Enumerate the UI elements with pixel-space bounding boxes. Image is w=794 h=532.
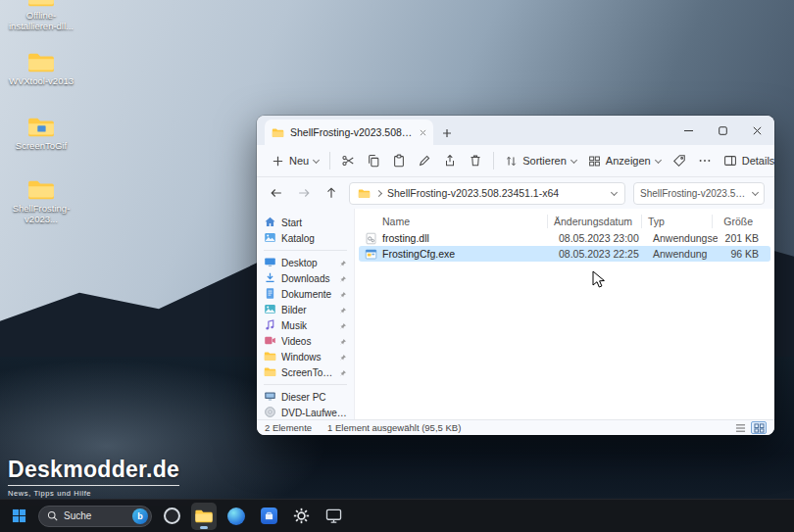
- sort-button[interactable]: Sortieren: [499, 150, 582, 172]
- close-button[interactable]: [740, 116, 774, 145]
- pin-icon: [339, 322, 347, 330]
- back-button[interactable]: [267, 183, 286, 203]
- view-button[interactable]: Anzeigen: [582, 150, 667, 172]
- sidebar-item-bilder[interactable]: Bilder: [261, 303, 350, 317]
- file-row-selected[interactable]: FrostingCfg.exe 08.05.2023 22:25 Anwendu…: [359, 246, 770, 262]
- breadcrumb-separator-icon: [375, 189, 382, 196]
- taskbar-screentogif-button[interactable]: [321, 503, 346, 530]
- rename-button[interactable]: [412, 149, 437, 172]
- sidebar-item-downloads[interactable]: Downloads: [261, 271, 350, 286]
- column-header-date[interactable]: Änderungsdatum: [547, 215, 641, 228]
- chevron-down-icon: [571, 156, 577, 163]
- mouse-cursor: [592, 270, 605, 289]
- copy-button[interactable]: [361, 149, 386, 172]
- taskbar-edge-button[interactable]: [223, 503, 249, 530]
- chevron-down-icon: [655, 156, 662, 163]
- sidebar-item-katalog[interactable]: Katalog: [261, 231, 350, 246]
- taskbar-file-explorer-button[interactable]: [191, 503, 217, 530]
- taskbar-search[interactable]: Suche b: [38, 506, 152, 527]
- trash-icon: [469, 154, 482, 168]
- more-options-button[interactable]: [692, 149, 718, 172]
- sidebar-item-start[interactable]: Start: [261, 216, 350, 230]
- up-button[interactable]: [322, 183, 341, 203]
- desktop-icon-wvxtool[interactable]: WVXtool-v2013: [4, 51, 78, 87]
- start-button[interactable]: [6, 504, 31, 529]
- sidebar-item-dvd-drive[interactable]: DVD-Laufwerk (D: [261, 406, 350, 419]
- column-header-name[interactable]: Name: [359, 216, 547, 227]
- desktop-icon-offline-installer[interactable]: Offline-installieren-dll...: [4, 0, 78, 32]
- maximize-icon: [719, 126, 727, 135]
- search-value: ShellFrosting-v2023.508.23451...: [640, 188, 749, 199]
- document-icon: [264, 287, 276, 302]
- taskbar-settings-button[interactable]: [288, 503, 314, 530]
- computer-icon: [264, 390, 276, 405]
- videos-icon: [264, 334, 276, 349]
- chevron-down-icon: [313, 156, 320, 163]
- taskbar-store-button[interactable]: [256, 503, 281, 530]
- gallery-icon: [264, 231, 276, 246]
- forward-button[interactable]: [294, 183, 314, 203]
- sort-icon: [505, 155, 518, 168]
- desktop-icon-label: ShellFrosting-v2023...: [4, 204, 78, 225]
- sidebar-item-videos[interactable]: Videos: [261, 334, 350, 349]
- share-button[interactable]: [437, 149, 463, 172]
- item-count: 2 Elemente: [265, 422, 312, 433]
- tab-title: ShellFrosting-v2023.508.23451: [290, 126, 414, 138]
- pictures-icon: [264, 303, 276, 317]
- sidebar-item-dokumente[interactable]: Dokumente: [261, 287, 350, 302]
- column-header-type[interactable]: Typ: [641, 215, 712, 228]
- sidebar-item-screentogif[interactable]: ScreenToGif: [261, 365, 350, 380]
- download-icon: [264, 271, 276, 286]
- desktop-icon-label: Offline-installieren-dll...: [4, 11, 78, 32]
- search-input[interactable]: ShellFrosting-v2023.508.23451...: [633, 182, 765, 205]
- column-header-size[interactable]: Größe: [712, 215, 763, 228]
- tab-close-icon[interactable]: [420, 129, 426, 136]
- home-icon: [264, 216, 276, 230]
- desktop-icon: [264, 256, 276, 270]
- gear-icon: [293, 508, 310, 524]
- delete-button[interactable]: [463, 149, 488, 172]
- sidebar-item-desktop[interactable]: Desktop: [261, 256, 350, 270]
- folder-icon: [26, 178, 56, 202]
- sidebar-item-dieser-pc[interactable]: Dieser PC: [261, 390, 350, 405]
- desktop-icon-screentogif[interactable]: ScreenToGif: [4, 116, 78, 152]
- back-icon: [270, 186, 283, 200]
- maximize-button[interactable]: [706, 116, 740, 145]
- plus-icon: [272, 155, 284, 168]
- sidebar-item-windows[interactable]: Windows: [261, 350, 350, 364]
- windows-logo-icon: [12, 508, 26, 523]
- status-bar: 2 Elemente 1 Element ausgewählt (95,5 KB…: [257, 419, 774, 435]
- desktop-icon-label: WVXtool-v2013: [4, 76, 78, 87]
- column-headers: Name Änderungsdatum Typ Größe: [359, 212, 770, 230]
- new-tab-button[interactable]: [435, 121, 459, 145]
- details-pane-button[interactable]: Details: [718, 149, 774, 172]
- address-dropdown-icon[interactable]: [611, 188, 618, 195]
- thumbnail-view-toggle[interactable]: [751, 421, 767, 434]
- new-button[interactable]: Neu: [266, 150, 324, 172]
- address-bar[interactable]: ShellFrosting-v2023.508.23451.1-x64: [349, 182, 625, 205]
- details-pane-icon: [723, 154, 737, 168]
- list-view-toggle[interactable]: [732, 421, 748, 434]
- sidebar-item-musik[interactable]: Musik: [261, 318, 350, 333]
- desktop-icon-shellfrosting[interactable]: ShellFrosting-v2023...: [4, 178, 78, 225]
- explorer-tab[interactable]: ShellFrosting-v2023.508.23451: [265, 120, 433, 145]
- search-icon: [47, 510, 58, 521]
- search-dropdown-icon[interactable]: [752, 188, 759, 195]
- paste-button[interactable]: [386, 149, 412, 172]
- file-row[interactable]: frosting.dll 08.05.2023 23:00 Anwendungs…: [359, 230, 770, 246]
- cut-button[interactable]: [335, 149, 361, 172]
- forward-icon: [297, 186, 311, 200]
- minimize-button[interactable]: [671, 116, 706, 145]
- divider: [329, 152, 330, 169]
- edge-icon: [227, 508, 245, 525]
- close-icon: [753, 126, 762, 135]
- file-date: 08.05.2023 23:00: [553, 232, 647, 244]
- window-controls: [671, 116, 774, 145]
- navigation-bar: ShellFrosting-v2023.508.23451.1-x64 Shel…: [257, 177, 774, 209]
- taskbar-copilot-button[interactable]: [159, 503, 184, 530]
- dll-file-icon: [365, 232, 377, 245]
- filter-button[interactable]: [667, 149, 692, 172]
- file-name: FrostingCfg.exe: [382, 248, 455, 260]
- disc-icon: [264, 406, 276, 419]
- bing-icon[interactable]: b: [132, 508, 148, 524]
